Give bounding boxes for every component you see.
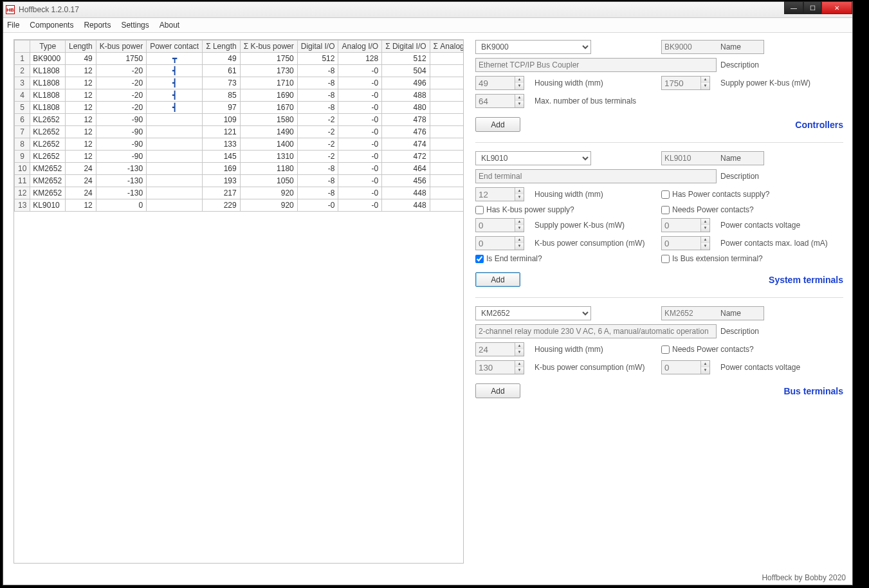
- system-pcvolt-stepper[interactable]: ▲▼: [661, 218, 710, 232]
- system-select[interactable]: KL9010: [475, 151, 591, 165]
- supply-label: Supply power K-bus (mW): [720, 78, 843, 87]
- controller-housing-stepper[interactable]: ▲▼: [475, 76, 524, 90]
- minimize-button[interactable]: —: [784, 1, 803, 14]
- table-row[interactable]: 10KM265224-1301691180-8-0464128: [15, 163, 464, 175]
- system-add-button[interactable]: Add: [475, 272, 520, 287]
- system-title: System terminals: [769, 275, 843, 285]
- bus-kbuscons-stepper[interactable]: ▲▼: [475, 360, 524, 374]
- bus-add-button[interactable]: Add: [475, 383, 520, 398]
- table-row[interactable]: 2KL180812-20┫611730-8-0504128: [15, 65, 464, 77]
- bus-pcvolt-stepper[interactable]: ▲▼: [661, 360, 710, 374]
- haskbus-checkbox[interactable]: Has K-bus power supply?: [475, 205, 657, 214]
- menubar: File Components Reports Settings About: [3, 18, 852, 33]
- desc-label: Description: [720, 60, 843, 69]
- controller-select[interactable]: BK9000: [475, 40, 591, 54]
- table-row[interactable]: 9KL265212-901451310-2-0472128: [15, 151, 464, 163]
- menu-file[interactable]: File: [7, 21, 19, 30]
- terminal-grid[interactable]: TypeLengthK-bus powerPower contactΣ Leng…: [14, 40, 464, 212]
- titlebar[interactable]: HB Hoffbeck 1.2.0.17 — ☐ ✕: [3, 2, 852, 18]
- bus-select[interactable]: KM2652: [475, 306, 591, 320]
- needspc-checkbox-2[interactable]: Needs Power contacts?: [661, 345, 843, 354]
- system-pcmax-stepper[interactable]: ▲▼: [661, 236, 710, 250]
- maximize-button[interactable]: ☐: [803, 1, 821, 14]
- table-row[interactable]: 8KL265212-901331400-2-0474128: [15, 138, 464, 151]
- grid-pane[interactable]: TypeLengthK-bus powerPower contactΣ Leng…: [14, 39, 464, 564]
- name-label-2: Name: [720, 154, 843, 163]
- pcvolt-label: Power contacts voltage: [720, 221, 843, 230]
- housing-label: Housing width (mm): [535, 78, 657, 87]
- needspc-checkbox[interactable]: Needs Power contacts?: [661, 205, 843, 214]
- kbuscons-label: K-bus power consumption (mW): [535, 239, 657, 248]
- maxterm-label: Max. number of bus terminals: [535, 96, 843, 106]
- controller-supply-stepper[interactable]: ▲▼: [661, 76, 710, 90]
- kbuscons-label-2: K-bus power consumption (mW): [535, 363, 657, 372]
- table-row[interactable]: 6KL265212-901091580-2-0478128: [15, 114, 464, 126]
- table-row[interactable]: 12KM265224-130217920-8-0448128: [15, 187, 464, 199]
- pcmax-label: Power contacts max. load (mA): [720, 239, 843, 248]
- isbusext-checkbox[interactable]: Is Bus extension terminal?: [661, 254, 843, 263]
- controllers-panel: BK9000 Name Description ▲▼ Housing width…: [475, 39, 843, 143]
- system-kbuscons-stepper[interactable]: ▲▼: [475, 236, 524, 250]
- pcvolt-label-2: Power contacts voltage: [720, 363, 843, 372]
- controllers-title: Controllers: [795, 120, 843, 130]
- table-row[interactable]: 3KL180812-20┫731710-8-0496128: [15, 77, 464, 89]
- menu-settings[interactable]: Settings: [121, 21, 149, 30]
- controller-maxterm-stepper[interactable]: ▲▼: [475, 94, 524, 108]
- controller-add-button[interactable]: Add: [475, 117, 520, 132]
- supply-label-2: Supply power K-bus (mW): [535, 221, 657, 230]
- footer-text: Hoffbeck by Bobby 2020: [762, 573, 846, 582]
- menu-about[interactable]: About: [160, 21, 179, 30]
- system-supply-stepper[interactable]: ▲▼: [475, 218, 524, 232]
- table-row[interactable]: 11KM265224-1301931050-8-0456128: [15, 175, 464, 187]
- desc-label-2: Description: [720, 172, 843, 181]
- table-row[interactable]: 7KL265212-901211490-2-0476128: [15, 126, 464, 138]
- system-panel: KL9010 Name Description ▲▼ Housing width…: [475, 151, 843, 298]
- app-icon: HB: [6, 5, 15, 14]
- name-label-3: Name: [720, 309, 843, 318]
- close-button[interactable]: ✕: [821, 1, 852, 14]
- housing-label-2: Housing width (mm): [535, 190, 657, 199]
- table-row[interactable]: 1BK9000491750┳491750512128512128: [15, 53, 464, 65]
- app-window: HB Hoffbeck 1.2.0.17 — ☐ ✕ File Componen…: [3, 1, 853, 585]
- bus-housing-stepper[interactable]: ▲▼: [475, 342, 524, 356]
- table-row[interactable]: 5KL180812-20┫971670-8-0480128: [15, 102, 464, 114]
- table-row[interactable]: 4KL180812-20┫851690-8-0488128: [15, 89, 464, 102]
- window-title: Hoffbeck 1.2.0.17: [19, 5, 79, 14]
- bus-desc[interactable]: [475, 324, 717, 338]
- system-desc[interactable]: [475, 169, 717, 183]
- menu-components[interactable]: Components: [30, 21, 73, 30]
- bus-title: Bus terminals: [783, 386, 843, 396]
- name-label: Name: [720, 42, 843, 51]
- system-housing-stepper[interactable]: ▲▼: [475, 187, 524, 201]
- menu-reports[interactable]: Reports: [84, 21, 111, 30]
- isend-checkbox[interactable]: Is End terminal?: [475, 254, 657, 263]
- right-pane: BK9000 Name Description ▲▼ Housing width…: [475, 39, 847, 581]
- table-row[interactable]: 13KL9010120229920-0-0448128: [15, 199, 464, 212]
- haspcs-checkbox[interactable]: Has Power contacts supply?: [661, 190, 843, 199]
- desc-label-3: Description: [720, 327, 843, 336]
- housing-label-3: Housing width (mm): [535, 345, 657, 354]
- bus-panel: KM2652 Name Description ▲▼ Housing width…: [475, 306, 843, 409]
- controller-desc[interactable]: [475, 58, 717, 72]
